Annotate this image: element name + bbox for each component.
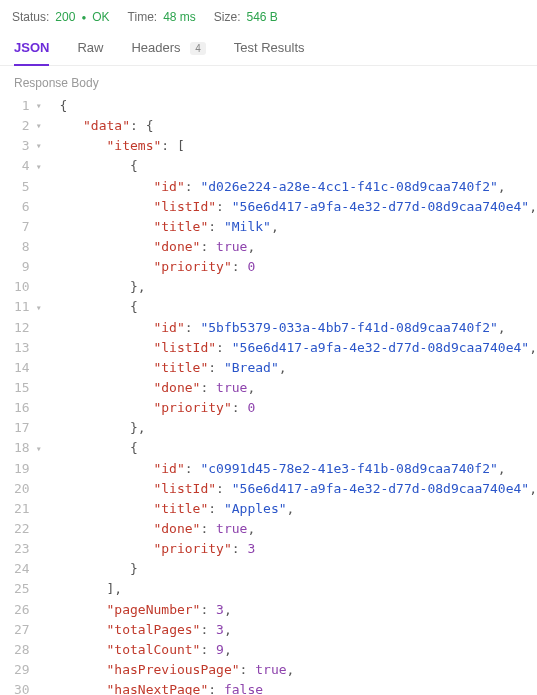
status-group: Status: 200 ● OK: [12, 10, 110, 24]
headers-count-badge: 4: [190, 42, 206, 55]
time-group: Time: 48 ms: [128, 10, 196, 24]
tab-headers-label: Headers: [131, 40, 180, 55]
status-code: 200: [55, 10, 75, 24]
size-value: 546 B: [247, 10, 278, 24]
section-label: Response Body: [0, 66, 537, 96]
status-bar: Status: 200 ● OK Time: 48 ms Size: 546 B: [0, 0, 537, 32]
size-group: Size: 546 B: [214, 10, 278, 24]
response-tabs: JSON Raw Headers 4 Test Results: [0, 32, 537, 66]
time-value: 48 ms: [163, 10, 196, 24]
fold-gutter[interactable]: ▾ ▾ ▾ ▾ ▾ ▾: [36, 96, 46, 695]
size-label: Size:: [214, 10, 241, 24]
line-gutter: 1 2 3 4 5 6 7 8 9 10 11 12 13 14 15 16 1…: [0, 96, 36, 695]
dot-icon: ●: [81, 13, 86, 22]
tab-json[interactable]: JSON: [14, 40, 49, 65]
status-label: Status:: [12, 10, 49, 24]
json-code[interactable]: { "data": { "items": [ { "id": "d026e224…: [46, 96, 537, 695]
status-ok: OK: [92, 10, 109, 24]
time-label: Time:: [128, 10, 158, 24]
response-body: 1 2 3 4 5 6 7 8 9 10 11 12 13 14 15 16 1…: [0, 96, 537, 695]
tab-raw[interactable]: Raw: [77, 40, 103, 65]
tab-headers[interactable]: Headers 4: [131, 40, 205, 65]
tab-test-results[interactable]: Test Results: [234, 40, 305, 65]
